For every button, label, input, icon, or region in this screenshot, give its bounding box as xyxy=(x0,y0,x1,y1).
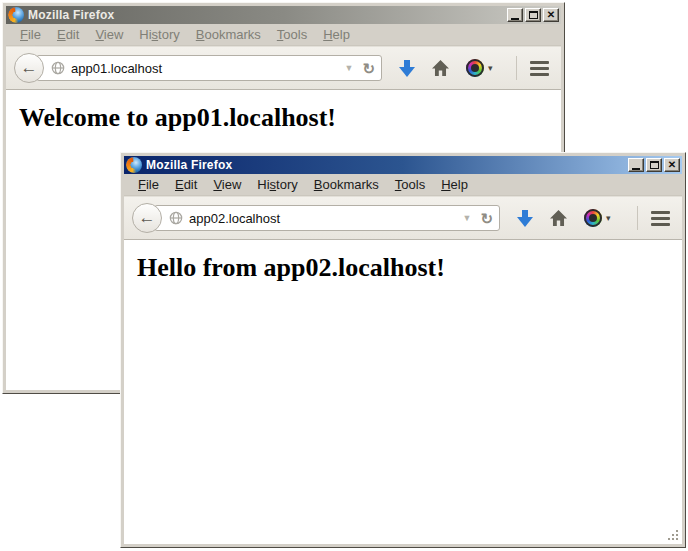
back-icon: ← xyxy=(139,209,156,226)
title-bar[interactable]: Mozilla Firefox ✕ xyxy=(6,6,561,24)
menu-tools[interactable]: Tools xyxy=(269,25,315,44)
close-icon: ✕ xyxy=(668,160,676,170)
home-button[interactable] xyxy=(550,210,567,226)
window-controls: ✕ xyxy=(628,158,680,172)
menu-file[interactable]: File xyxy=(130,175,167,194)
downloads-button[interactable] xyxy=(517,210,533,227)
url-bar[interactable]: app01.localhost ▼ ↻ xyxy=(36,55,382,81)
menu-tools[interactable]: Tools xyxy=(387,175,433,194)
navigation-toolbar: ← app01.localhost ▼ ↻ ▾ xyxy=(6,46,561,90)
close-icon: ✕ xyxy=(547,10,555,20)
extension-button[interactable]: ▾ xyxy=(466,59,493,77)
menu-bar: FileEditViewHistoryBookmarksToolsHelp xyxy=(6,24,561,46)
maximize-icon xyxy=(529,11,538,19)
downloads-button[interactable] xyxy=(399,60,415,77)
page-heading: Hello from app02.localhost! xyxy=(137,253,682,283)
minimize-icon xyxy=(511,18,519,20)
menu-button[interactable] xyxy=(530,61,549,76)
toolbar-separator xyxy=(637,206,638,230)
extension-button[interactable]: ▾ xyxy=(584,209,611,227)
minimize-button[interactable] xyxy=(628,158,644,172)
back-button[interactable]: ← xyxy=(14,53,44,83)
window-title: Mozilla Firefox xyxy=(146,158,624,172)
back-icon: ← xyxy=(21,59,38,76)
menu-view[interactable]: View xyxy=(205,175,249,194)
firefox-logo-icon xyxy=(8,7,24,23)
menu-view[interactable]: View xyxy=(87,25,131,44)
menu-edit[interactable]: Edit xyxy=(167,175,205,194)
home-icon xyxy=(432,60,449,76)
site-identity-globe-icon[interactable] xyxy=(51,61,65,75)
hamburger-icon xyxy=(530,61,549,76)
color-wheel-icon xyxy=(466,59,484,77)
url-input[interactable]: app01.localhost xyxy=(71,61,345,76)
home-icon xyxy=(550,210,567,226)
url-bar[interactable]: app02.localhost ▼ ↻ xyxy=(154,205,500,231)
menu-edit[interactable]: Edit xyxy=(49,25,87,44)
reload-icon[interactable]: ↻ xyxy=(362,61,375,76)
back-button[interactable]: ← xyxy=(132,203,162,233)
close-button[interactable]: ✕ xyxy=(664,158,680,172)
menu-bookmarks[interactable]: Bookmarks xyxy=(306,175,387,194)
urlbar-dropdown-icon[interactable]: ▼ xyxy=(463,214,472,223)
page-content: Hello from app02.localhost! xyxy=(124,240,682,544)
url-input[interactable]: app02.localhost xyxy=(189,211,463,226)
resize-grip[interactable] xyxy=(666,528,680,542)
menu-help[interactable]: Help xyxy=(433,175,476,194)
title-bar[interactable]: Mozilla Firefox ✕ xyxy=(124,156,682,174)
minimize-button[interactable] xyxy=(507,8,523,22)
download-arrow-icon xyxy=(399,60,415,77)
toolbar-separator xyxy=(516,56,517,80)
window-title: Mozilla Firefox xyxy=(28,8,503,22)
menu-file[interactable]: File xyxy=(12,25,49,44)
window-controls: ✕ xyxy=(507,8,559,22)
navigation-toolbar: ← app02.localhost ▼ ↻ ▾ xyxy=(124,196,682,240)
menu-help[interactable]: Help xyxy=(315,25,358,44)
maximize-button[interactable] xyxy=(525,8,541,22)
firefox-window-app02: Mozilla Firefox ✕ FileEditViewHistoryBoo… xyxy=(120,152,686,548)
maximize-button[interactable] xyxy=(646,158,662,172)
caret-down-icon: ▾ xyxy=(488,64,493,73)
download-arrow-icon xyxy=(517,210,533,227)
maximize-icon xyxy=(650,161,659,169)
hamburger-icon xyxy=(651,211,670,226)
menu-bar: FileEditViewHistoryBookmarksToolsHelp xyxy=(124,174,682,196)
menu-button[interactable] xyxy=(651,211,670,226)
caret-down-icon: ▾ xyxy=(606,214,611,223)
reload-icon[interactable]: ↻ xyxy=(480,211,493,226)
menu-bookmarks[interactable]: Bookmarks xyxy=(188,25,269,44)
menu-history[interactable]: History xyxy=(131,25,187,44)
minimize-icon xyxy=(632,168,640,170)
color-wheel-icon xyxy=(584,209,602,227)
close-button[interactable]: ✕ xyxy=(543,8,559,22)
urlbar-dropdown-icon[interactable]: ▼ xyxy=(345,64,354,73)
site-identity-globe-icon[interactable] xyxy=(169,211,183,225)
firefox-logo-icon xyxy=(126,157,142,173)
home-button[interactable] xyxy=(432,60,449,76)
menu-history[interactable]: History xyxy=(249,175,305,194)
page-heading: Welcome to app01.localhost! xyxy=(19,103,561,133)
